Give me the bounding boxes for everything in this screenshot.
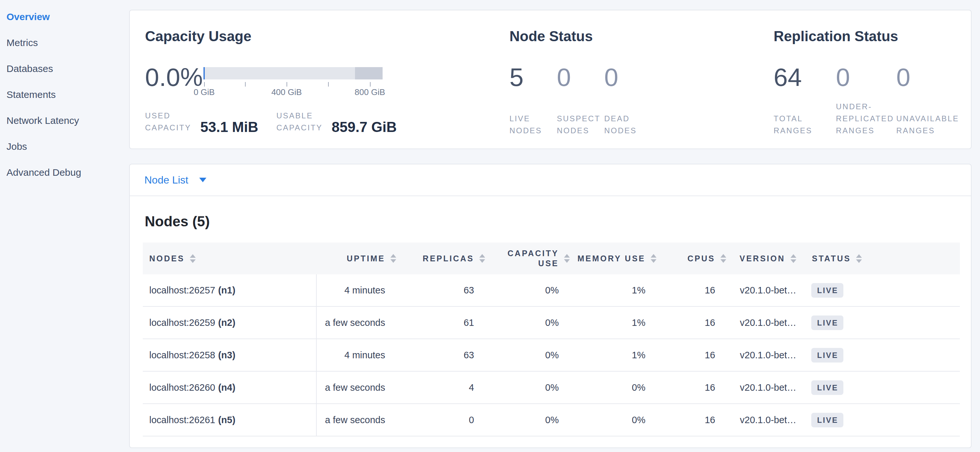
node-address[interactable]: localhost:26259	[149, 317, 215, 328]
main-content: Capacity Usage 0.0%	[129, 0, 980, 452]
sidebar-item-overview[interactable]: Overview	[0, 4, 129, 30]
capacity-gauge-other-segment	[355, 67, 383, 79]
axis-label-400gib: 400 GiB	[271, 87, 302, 97]
node-id: (n1)	[218, 285, 235, 296]
version-cell: v20.1.0-bet…	[716, 404, 811, 436]
sidebar-item-network-latency[interactable]: Network Latency	[0, 108, 129, 133]
used-capacity-label: USED CAPACITY	[145, 109, 191, 133]
column-header-capacity-use[interactable]: CAPACITY USE	[476, 243, 560, 274]
live-nodes-label: LIVE NODES	[509, 113, 557, 136]
capacity-gauge-ticks	[204, 79, 383, 87]
column-header-uptime[interactable]: UPTIME	[317, 243, 387, 274]
status-badge: LIVE	[811, 283, 843, 298]
nodes-section-title: Nodes (5)	[145, 213, 959, 230]
status-cell: LIVE	[811, 339, 960, 371]
uptime-cell: a few seconds	[317, 404, 387, 436]
status-cell: LIVE	[811, 274, 960, 306]
dead-nodes-count: 0	[604, 63, 652, 91]
table-row[interactable]: localhost:26258 (n3) 4 minutes 63 0% 1% …	[143, 339, 960, 371]
sidebar: Overview Metrics Databases Statements Ne…	[0, 0, 129, 452]
sort-icon	[791, 254, 796, 263]
node-address[interactable]: localhost:26257	[149, 285, 215, 296]
replication-status-title: Replication Status	[774, 29, 968, 44]
axis-label-800gib: 800 GiB	[355, 87, 385, 97]
column-header-memory-use[interactable]: MEMORY USE	[560, 243, 647, 274]
table-row[interactable]: localhost:26261 (n5) a few seconds 0 0% …	[143, 404, 960, 436]
sort-icon	[190, 254, 196, 263]
gauge-tick	[286, 82, 287, 87]
sidebar-item-advanced-debug[interactable]: Advanced Debug	[0, 160, 129, 186]
node-id: (n5)	[218, 415, 235, 425]
replicas-cell: 63	[387, 339, 476, 371]
live-nodes-stat: 5 LIVE NODES	[509, 63, 557, 136]
capacity-use-cell: 0%	[476, 339, 560, 371]
node-name-cell: localhost:26257 (n1)	[143, 274, 317, 306]
cluster-overview-page: Overview Metrics Databases Statements Ne…	[0, 0, 980, 452]
capacity-use-cell: 0%	[476, 307, 560, 338]
status-cell: LIVE	[811, 404, 960, 436]
table-row[interactable]: localhost:26259 (n2) a few seconds 61 0%…	[143, 307, 960, 339]
memory-use-cell: 0%	[560, 371, 647, 403]
live-nodes-count: 5	[509, 63, 557, 91]
memory-use-cell: 0%	[560, 404, 647, 436]
column-header-cpus[interactable]: CPUS	[647, 243, 716, 274]
view-selector-bar: Node List	[130, 164, 971, 196]
table-row[interactable]: localhost:26257 (n1) 4 minutes 63 0% 1% …	[143, 274, 960, 307]
gauge-tick	[328, 82, 329, 87]
capacity-usage-title: Capacity Usage	[145, 29, 505, 44]
column-header-version[interactable]: VERSION	[716, 243, 811, 274]
sidebar-item-databases[interactable]: Databases	[0, 56, 129, 82]
column-header-nodes[interactable]: NODES	[143, 243, 317, 274]
chevron-down-icon[interactable]	[199, 178, 206, 182]
cpus-cell: 16	[647, 404, 716, 436]
status-badge: LIVE	[811, 316, 843, 330]
sidebar-item-jobs[interactable]: Jobs	[0, 133, 129, 160]
total-ranges-label: TOTAL RANGES	[774, 113, 836, 136]
node-address[interactable]: localhost:26260	[149, 382, 215, 393]
version-cell: v20.1.0-bet…	[716, 371, 811, 403]
node-id: (n4)	[218, 382, 235, 393]
uptime-cell: 4 minutes	[317, 274, 387, 306]
node-name-cell: localhost:26259 (n2)	[143, 307, 317, 338]
node-list-card: Node List Nodes (5) NODES UPTIME	[129, 164, 972, 448]
replication-status-panel: Replication Status 64 TOTAL RANGES 0 UND…	[774, 29, 968, 136]
node-name-cell: localhost:26261 (n5)	[143, 404, 317, 436]
replicas-cell: 61	[387, 307, 476, 338]
total-ranges-stat: 64 TOTAL RANGES	[774, 63, 836, 136]
capacity-gauge: 0 GiB 400 GiB 800 GiB	[204, 63, 383, 97]
uptime-cell: a few seconds	[317, 307, 387, 338]
suspect-nodes-label: SUSPECT NODES	[557, 113, 604, 136]
under-replicated-ranges-count: 0	[836, 63, 896, 91]
dead-nodes-stat: 0 DEAD NODES	[604, 63, 652, 136]
status-cell: LIVE	[811, 307, 960, 338]
capacity-use-cell: 0%	[476, 274, 560, 306]
memory-use-cell: 1%	[560, 307, 647, 338]
column-header-status[interactable]: STATUS	[811, 243, 960, 274]
replicas-cell: 63	[387, 274, 476, 306]
node-address[interactable]: localhost:26258	[149, 350, 215, 360]
under-replicated-ranges-label: UNDER- REPLICATED RANGES	[836, 100, 896, 136]
node-list-dropdown[interactable]: Node List	[145, 174, 188, 186]
nodes-section: Nodes (5) NODES UPTIME REPLICAS	[130, 213, 971, 447]
status-badge: LIVE	[811, 413, 843, 427]
nodes-table-body: localhost:26257 (n1) 4 minutes 63 0% 1% …	[143, 274, 960, 436]
sort-icon	[856, 254, 862, 263]
unavailable-ranges-stat: 0 UNAVAILABLE RANGES	[896, 63, 959, 136]
sidebar-item-statements[interactable]: Statements	[0, 82, 129, 108]
usable-capacity-stat: USABLE CAPACITY 859.7 GiB	[277, 109, 397, 133]
version-cell: v20.1.0-bet…	[716, 307, 811, 338]
column-header-replicas[interactable]: REPLICAS	[387, 243, 476, 274]
node-id: (n2)	[218, 317, 235, 328]
cpus-cell: 16	[647, 371, 716, 403]
table-row[interactable]: localhost:26260 (n4) a few seconds 4 0% …	[143, 371, 960, 404]
status-badge: LIVE	[811, 348, 843, 363]
capacity-gauge-bar	[204, 67, 383, 79]
node-name-cell: localhost:26260 (n4)	[143, 371, 317, 403]
gauge-tick	[204, 82, 205, 87]
used-capacity-stat: USED CAPACITY 53.1 MiB	[145, 109, 258, 133]
version-cell: v20.1.0-bet…	[716, 339, 811, 371]
node-address[interactable]: localhost:26261	[149, 415, 215, 425]
capacity-gauge-used-segment	[204, 67, 205, 79]
usable-capacity-label: USABLE CAPACITY	[277, 109, 323, 133]
sidebar-item-metrics[interactable]: Metrics	[0, 30, 129, 56]
